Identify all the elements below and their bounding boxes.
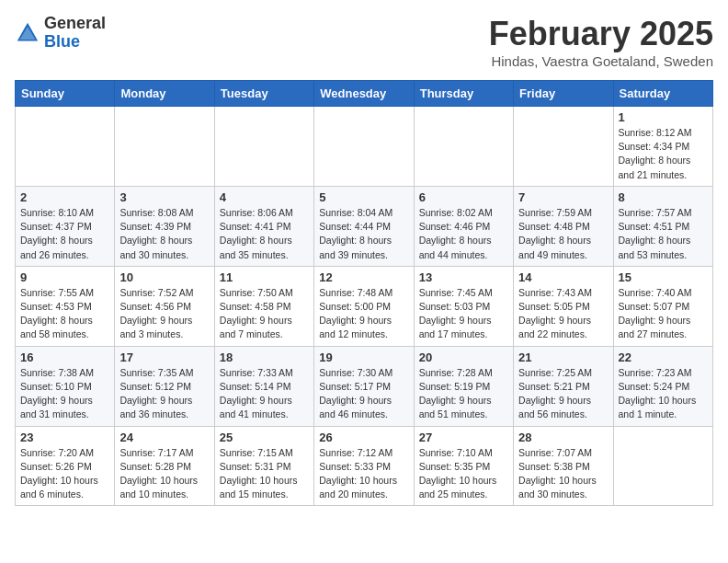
day-info: Sunrise: 7:43 AM Sunset: 5:05 PM Dayligh… [518, 286, 608, 342]
day-cell [314, 107, 414, 187]
week-row-3: 16Sunrise: 7:38 AM Sunset: 5:10 PM Dayli… [16, 346, 713, 426]
day-number: 5 [319, 190, 408, 204]
day-number: 7 [518, 190, 608, 204]
day-cell: 13Sunrise: 7:45 AM Sunset: 5:03 PM Dayli… [414, 266, 513, 346]
day-number: 23 [20, 431, 109, 444]
day-number: 1 [619, 110, 708, 124]
day-number: 21 [518, 350, 608, 364]
day-cell [115, 107, 214, 187]
day-info: Sunrise: 7:30 AM Sunset: 5:17 PM Dayligh… [319, 366, 408, 422]
week-row-4: 23Sunrise: 7:20 AM Sunset: 5:26 PM Dayli… [16, 426, 713, 506]
day-info: Sunrise: 7:55 AM Sunset: 4:53 PM Dayligh… [20, 286, 109, 342]
day-info: Sunrise: 7:33 AM Sunset: 5:14 PM Dayligh… [220, 366, 309, 422]
day-number: 26 [319, 431, 408, 444]
logo-blue-text: Blue [44, 32, 80, 51]
day-cell: 4Sunrise: 8:06 AM Sunset: 4:41 PM Daylig… [214, 186, 313, 266]
day-cell: 28Sunrise: 7:07 AM Sunset: 5:38 PM Dayli… [514, 426, 613, 506]
logo-general-text: General [44, 14, 106, 32]
logo-icon [15, 20, 40, 46]
title-block: February 2025 Hindas, Vaestra Goetaland,… [489, 15, 713, 69]
day-info: Sunrise: 7:12 AM Sunset: 5:33 PM Dayligh… [319, 446, 408, 502]
week-row-0: 1Sunrise: 8:12 AM Sunset: 4:34 PM Daylig… [16, 107, 713, 187]
day-number: 20 [419, 350, 508, 364]
weekday-header-thursday: Thursday [414, 81, 513, 107]
day-number: 24 [119, 431, 209, 444]
day-info: Sunrise: 7:17 AM Sunset: 5:28 PM Dayligh… [119, 446, 209, 502]
day-number: 22 [619, 350, 708, 364]
day-info: Sunrise: 8:02 AM Sunset: 4:46 PM Dayligh… [419, 206, 508, 262]
day-number: 12 [319, 270, 408, 284]
day-info: Sunrise: 7:45 AM Sunset: 5:03 PM Dayligh… [419, 286, 508, 342]
day-number: 4 [220, 190, 309, 204]
day-info: Sunrise: 7:25 AM Sunset: 5:21 PM Dayligh… [518, 366, 608, 422]
day-cell: 20Sunrise: 7:28 AM Sunset: 5:19 PM Dayli… [414, 346, 513, 426]
day-info: Sunrise: 7:57 AM Sunset: 4:51 PM Dayligh… [619, 206, 708, 262]
day-cell: 1Sunrise: 8:12 AM Sunset: 4:34 PM Daylig… [613, 107, 712, 187]
weekday-header-monday: Monday [115, 81, 214, 107]
day-number: 28 [518, 431, 608, 444]
day-number: 10 [119, 270, 209, 284]
day-number: 13 [419, 270, 508, 284]
day-number: 6 [419, 190, 508, 204]
day-cell: 27Sunrise: 7:10 AM Sunset: 5:35 PM Dayli… [414, 426, 513, 506]
day-number: 11 [220, 270, 309, 284]
day-cell: 25Sunrise: 7:15 AM Sunset: 5:31 PM Dayli… [214, 426, 313, 506]
weekday-header-row: SundayMondayTuesdayWednesdayThursdayFrid… [16, 81, 713, 107]
day-cell [214, 107, 313, 187]
day-cell: 2Sunrise: 8:10 AM Sunset: 4:37 PM Daylig… [16, 186, 115, 266]
calendar-table: SundayMondayTuesdayWednesdayThursdayFrid… [15, 80, 713, 506]
day-info: Sunrise: 7:15 AM Sunset: 5:31 PM Dayligh… [220, 446, 309, 502]
day-cell: 18Sunrise: 7:33 AM Sunset: 5:14 PM Dayli… [214, 346, 313, 426]
week-row-1: 2Sunrise: 8:10 AM Sunset: 4:37 PM Daylig… [16, 186, 713, 266]
day-number: 8 [619, 190, 708, 204]
day-number: 16 [20, 350, 109, 364]
day-number: 9 [20, 270, 109, 284]
calendar-subtitle: Hindas, Vaestra Goetaland, Sweden [489, 53, 713, 69]
page-header: General Blue February 2025 Hindas, Vaest… [15, 15, 713, 69]
weekday-header-sunday: Sunday [16, 81, 115, 107]
day-info: Sunrise: 8:12 AM Sunset: 4:34 PM Dayligh… [619, 126, 708, 182]
day-info: Sunrise: 8:10 AM Sunset: 4:37 PM Dayligh… [20, 206, 109, 262]
day-info: Sunrise: 8:08 AM Sunset: 4:39 PM Dayligh… [119, 206, 209, 262]
calendar-title: February 2025 [489, 15, 713, 53]
day-number: 2 [20, 190, 109, 204]
day-info: Sunrise: 7:40 AM Sunset: 5:07 PM Dayligh… [619, 286, 708, 342]
day-number: 19 [319, 350, 408, 364]
day-cell: 7Sunrise: 7:59 AM Sunset: 4:48 PM Daylig… [514, 186, 613, 266]
day-cell: 11Sunrise: 7:50 AM Sunset: 4:58 PM Dayli… [214, 266, 313, 346]
day-info: Sunrise: 7:59 AM Sunset: 4:48 PM Dayligh… [518, 206, 608, 262]
day-info: Sunrise: 7:07 AM Sunset: 5:38 PM Dayligh… [518, 446, 608, 502]
day-cell: 15Sunrise: 7:40 AM Sunset: 5:07 PM Dayli… [613, 266, 712, 346]
weekday-header-wednesday: Wednesday [314, 81, 414, 107]
day-info: Sunrise: 7:28 AM Sunset: 5:19 PM Dayligh… [419, 366, 508, 422]
day-cell: 21Sunrise: 7:25 AM Sunset: 5:21 PM Dayli… [514, 346, 613, 426]
day-info: Sunrise: 8:04 AM Sunset: 4:44 PM Dayligh… [319, 206, 408, 262]
day-cell: 3Sunrise: 8:08 AM Sunset: 4:39 PM Daylig… [115, 186, 214, 266]
day-info: Sunrise: 7:38 AM Sunset: 5:10 PM Dayligh… [20, 366, 109, 422]
weekday-header-friday: Friday [514, 81, 613, 107]
day-cell: 5Sunrise: 8:04 AM Sunset: 4:44 PM Daylig… [314, 186, 414, 266]
day-info: Sunrise: 7:50 AM Sunset: 4:58 PM Dayligh… [220, 286, 309, 342]
day-cell: 8Sunrise: 7:57 AM Sunset: 4:51 PM Daylig… [613, 186, 712, 266]
day-cell: 24Sunrise: 7:17 AM Sunset: 5:28 PM Dayli… [115, 426, 214, 506]
day-cell: 26Sunrise: 7:12 AM Sunset: 5:33 PM Dayli… [314, 426, 414, 506]
day-cell: 10Sunrise: 7:52 AM Sunset: 4:56 PM Dayli… [115, 266, 214, 346]
day-cell: 16Sunrise: 7:38 AM Sunset: 5:10 PM Dayli… [16, 346, 115, 426]
day-number: 18 [220, 350, 309, 364]
day-cell [613, 426, 712, 506]
day-cell: 6Sunrise: 8:02 AM Sunset: 4:46 PM Daylig… [414, 186, 513, 266]
day-info: Sunrise: 7:52 AM Sunset: 4:56 PM Dayligh… [119, 286, 209, 342]
logo: General Blue [15, 15, 106, 52]
day-number: 25 [220, 431, 309, 444]
day-cell: 9Sunrise: 7:55 AM Sunset: 4:53 PM Daylig… [16, 266, 115, 346]
day-cell [414, 107, 513, 187]
day-cell [16, 107, 115, 187]
day-cell: 12Sunrise: 7:48 AM Sunset: 5:00 PM Dayli… [314, 266, 414, 346]
day-number: 15 [619, 270, 708, 284]
day-cell: 14Sunrise: 7:43 AM Sunset: 5:05 PM Dayli… [514, 266, 613, 346]
day-info: Sunrise: 7:48 AM Sunset: 5:00 PM Dayligh… [319, 286, 408, 342]
week-row-2: 9Sunrise: 7:55 AM Sunset: 4:53 PM Daylig… [16, 266, 713, 346]
day-info: Sunrise: 8:06 AM Sunset: 4:41 PM Dayligh… [220, 206, 309, 262]
day-cell: 22Sunrise: 7:23 AM Sunset: 5:24 PM Dayli… [613, 346, 712, 426]
day-info: Sunrise: 7:10 AM Sunset: 5:35 PM Dayligh… [419, 446, 508, 502]
